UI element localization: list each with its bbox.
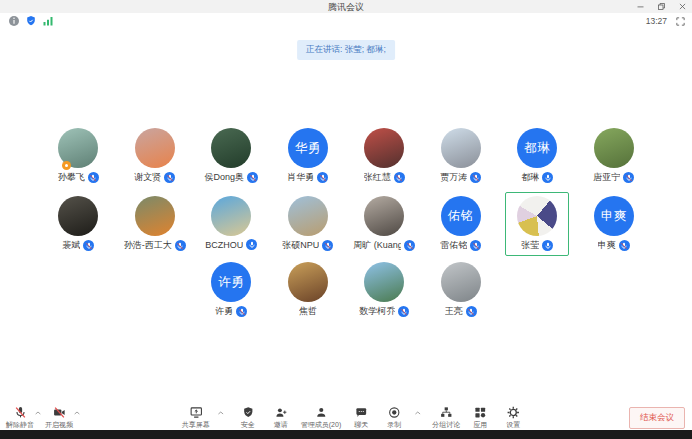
participant-box: 焦哲: [276, 258, 340, 322]
toolbar-label: 聊天: [354, 420, 368, 430]
avatar: [58, 196, 98, 236]
participant-tile[interactable]: 佑铭雷佑铭: [423, 192, 500, 256]
mic-muted-icon: [467, 308, 475, 316]
participant-name: 王亮: [445, 305, 463, 318]
participant-tile[interactable]: 裴斌: [40, 192, 117, 256]
participant-name: 张莹: [521, 239, 539, 252]
participant-tile[interactable]: 贾万涛: [423, 124, 500, 188]
participant-tile[interactable]: 侯Dong奥: [193, 124, 270, 188]
avatar: 申爽: [594, 196, 634, 236]
toolbar-label: 分组讨论: [432, 420, 460, 430]
avatar: 许勇: [211, 262, 251, 302]
maximize-button[interactable]: [655, 1, 667, 12]
participant-name: 都琳: [521, 171, 539, 184]
chevron-up-icon: [217, 409, 225, 417]
participant-tile[interactable]: BCZHOU: [193, 192, 270, 256]
meeting-security-button[interactable]: [25, 15, 37, 27]
participant-tile[interactable]: 华勇肖华勇: [270, 124, 347, 188]
meeting-info-button[interactable]: [8, 15, 20, 27]
shield-icon: [241, 405, 254, 419]
participant-tile[interactable]: 许勇许勇: [193, 258, 270, 322]
avatar: [441, 128, 481, 168]
toolbar-start-video-chevron[interactable]: [73, 409, 81, 417]
toolbar-unmute-chevron[interactable]: [34, 409, 42, 417]
toolbar-unmute-button[interactable]: 解除静音: [6, 405, 34, 430]
participant-row: 孙攀飞谢文贤侯Dong奥华勇肖华勇张红慧贾万涛都琳都琳唐亚宁: [0, 124, 692, 188]
participant-tile[interactable]: 张莹: [499, 192, 576, 256]
minimize-button[interactable]: [634, 1, 646, 12]
meeting-window: 腾讯会议 13:27 正在讲话: 张莹; 都琳; 孙攀飞谢文贤侯Dong奥华勇肖…: [0, 0, 692, 439]
participant-box: 唐亚宁: [582, 124, 646, 188]
close-icon: [678, 2, 687, 11]
participant-name-row: 数学柯乔: [353, 305, 415, 318]
toolbar-share-screen-chevron[interactable]: [217, 409, 225, 417]
speaking-banner: 正在讲话: 张莹; 都琳;: [297, 40, 395, 60]
participant-tile[interactable]: 都琳都琳: [499, 124, 576, 188]
chevron-up-icon: [73, 409, 81, 417]
close-button[interactable]: [676, 1, 688, 12]
toolbar-share-screen-button[interactable]: 共享屏幕: [182, 405, 210, 430]
toolbar-record-chevron[interactable]: [414, 409, 422, 417]
avatar: 佑铭: [441, 196, 481, 236]
participant-name: 数学柯乔: [359, 305, 395, 318]
participant-tile[interactable]: 数学柯乔: [346, 258, 423, 322]
shield-icon: [241, 406, 254, 419]
info-icon: [8, 15, 20, 27]
end-meeting-button[interactable]: 结束会议: [629, 407, 685, 429]
mic-on-icon: [544, 242, 552, 250]
network-signal-button[interactable]: [42, 15, 54, 27]
participant-tile[interactable]: 唐亚宁: [576, 124, 653, 188]
participant-box: 谢文贤: [123, 124, 187, 188]
fullscreen-icon: [675, 16, 686, 27]
toolbar-members-button[interactable]: 管理成员(20): [301, 405, 341, 430]
participant-name-row: BCZHOU: [200, 239, 262, 250]
participant-row: 裴斌孙浩-西工大BCZHOU张硕NPU周旷 (KuangZh...佑铭雷佑铭张莹…: [0, 192, 692, 256]
participant-tile[interactable]: 孙攀飞: [40, 124, 117, 188]
mic-muted-icon: [620, 242, 628, 250]
participant-tile[interactable]: 王亮: [423, 258, 500, 322]
participant-tile[interactable]: 张硕NPU: [270, 192, 347, 256]
toolbar-start-video-button[interactable]: 开启视频: [45, 405, 73, 430]
avatar: [441, 262, 481, 302]
mic-muted-icon: [395, 174, 403, 182]
toolbar-breakout-button[interactable]: 分组讨论: [432, 405, 460, 430]
invite-icon: [274, 405, 287, 419]
fullscreen-button[interactable]: [674, 15, 686, 27]
toolbar-security-button[interactable]: 安全: [235, 405, 261, 430]
participant-name: 焦哲: [299, 305, 317, 318]
participant-tile[interactable]: 孙浩-西工大: [117, 192, 194, 256]
members-icon: [314, 405, 327, 419]
participant-name-row: 侯Dong奥: [200, 171, 262, 184]
avatar: [364, 128, 404, 168]
participant-name-row: 贾万涛: [430, 171, 492, 184]
window-controls: [634, 1, 688, 12]
toolbar-settings-button[interactable]: 设置: [500, 405, 526, 430]
participant-box: BCZHOU: [199, 192, 263, 254]
mic-on-icon: [246, 239, 257, 250]
toolbar-record-button[interactable]: 录制: [381, 405, 407, 430]
avatar: [364, 262, 404, 302]
participant-tile[interactable]: 申爽申爽: [576, 192, 653, 256]
settings-icon: [507, 405, 520, 419]
mic-muted-icon: [317, 172, 328, 183]
participant-name-row: 孙浩-西工大: [124, 239, 186, 252]
participant-name-row: 周旷 (KuangZh...: [353, 239, 415, 252]
participant-box: 张硕NPU: [276, 192, 340, 256]
avatar: [364, 196, 404, 236]
participant-box: 王亮: [429, 258, 493, 322]
participant-tile[interactable]: 焦哲: [270, 258, 347, 322]
toolbar-label: 共享屏幕: [182, 420, 210, 430]
toolbar-apps-button[interactable]: 应用: [467, 405, 493, 430]
toolbar-invite-button[interactable]: 邀请: [268, 405, 294, 430]
participant-tile[interactable]: 张红慧: [346, 124, 423, 188]
participant-box: 孙攀飞: [46, 124, 110, 188]
participant-name-row: 许勇: [200, 305, 262, 318]
participant-tile[interactable]: 周旷 (KuangZh...: [346, 192, 423, 256]
toolbar-chat-button[interactable]: 聊天: [348, 405, 374, 430]
participant-box: 侯Dong奥: [199, 124, 263, 188]
participant-tile[interactable]: 谢文贤: [117, 124, 194, 188]
restore-icon: [657, 2, 666, 11]
participant-name: BCZHOU: [205, 240, 243, 250]
mic-muted-icon: [88, 172, 99, 183]
participant-name-row: 裴斌: [47, 239, 109, 252]
